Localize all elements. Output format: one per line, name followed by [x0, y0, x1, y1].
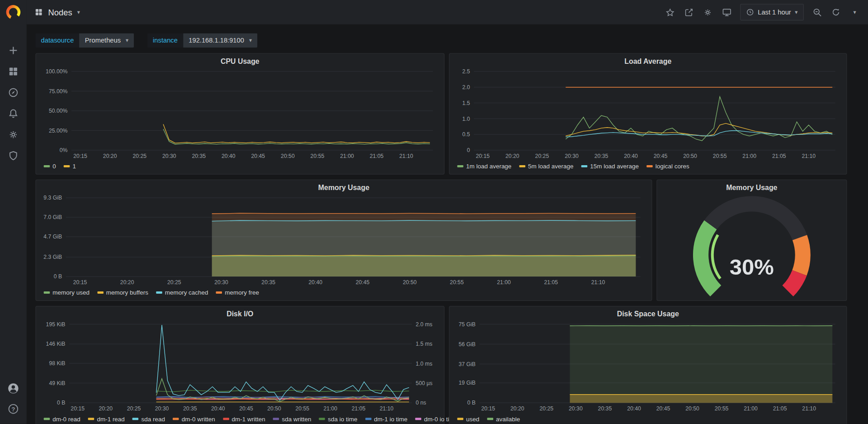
clock-icon: [746, 8, 754, 16]
panel-title[interactable]: CPU Usage: [40, 55, 439, 67]
svg-text:2.3 GiB: 2.3 GiB: [43, 254, 62, 260]
sidebar-bottom: ?: [7, 382, 19, 424]
panel-title[interactable]: Disk I/O: [40, 308, 439, 320]
legend-swatch: [132, 418, 138, 420]
caret-down-icon: ▾: [795, 10, 797, 15]
grafana-logo[interactable]: [0, 0, 27, 24]
svg-text:21:10: 21:10: [802, 153, 816, 159]
legend-item[interactable]: 1: [64, 163, 76, 170]
legend-item[interactable]: logical cores: [646, 163, 689, 170]
panel-title[interactable]: Memory Usage: [661, 182, 842, 194]
legend-label: used: [466, 415, 479, 422]
create-button[interactable]: [7, 44, 19, 57]
refresh-interval-button[interactable]: ▾: [849, 7, 860, 18]
svg-text:?: ?: [11, 406, 15, 413]
legend-item[interactable]: available: [487, 415, 520, 422]
svg-text:20:40: 20:40: [222, 153, 236, 159]
legend-item[interactable]: memory used: [44, 289, 90, 296]
gear-icon: [8, 129, 19, 140]
legend-swatch: [457, 165, 463, 167]
legend-swatch: [365, 418, 371, 420]
panel-title[interactable]: Load Average: [454, 55, 842, 67]
admin-button[interactable]: [7, 150, 19, 162]
legend-item[interactable]: sda written: [273, 415, 311, 422]
tv-mode-button[interactable]: [721, 7, 732, 18]
configuration-button[interactable]: [7, 129, 19, 141]
legend-item[interactable]: dm-1 io time: [365, 415, 408, 422]
refresh-button[interactable]: [830, 7, 841, 18]
svg-text:0.5: 0.5: [462, 131, 470, 138]
dashboards-button[interactable]: [7, 65, 19, 77]
variable-value-instance[interactable]: 192.168.1.18:9100 ▾: [183, 33, 257, 48]
user-avatar[interactable]: [7, 382, 19, 395]
load-average-chart[interactable]: 00.51.01.52.02.520:1520:2020:2520:3020:3…: [454, 67, 842, 161]
svg-text:0 B: 0 B: [54, 273, 62, 280]
panel-title[interactable]: Memory Usage: [40, 182, 647, 194]
share-icon: [684, 8, 694, 17]
legend-item[interactable]: dm-1 written: [223, 415, 265, 422]
legend-label: memory cached: [165, 289, 208, 296]
help-button[interactable]: ?: [7, 403, 19, 415]
legend-item[interactable]: 5m load average: [519, 163, 574, 170]
legend-item[interactable]: sda read: [132, 415, 165, 422]
star-button[interactable]: [665, 7, 676, 18]
panel-memory-gauge: Memory Usage 30%: [656, 180, 847, 301]
legend-item[interactable]: dm-0 read: [44, 415, 80, 422]
variable-value-datasource[interactable]: Prometheus ▾: [80, 33, 134, 48]
sidebar-menu: [7, 44, 19, 162]
memory-usage-chart[interactable]: 0 B2.3 GiB4.7 GiB7.0 GiB9.3 GiB20:1520:2…: [40, 194, 647, 287]
legend-item[interactable]: used: [457, 415, 479, 422]
dashboard-row-3: Disk I/O 0 B49 KiB98 KiB146 KiB195 KiB0 …: [35, 306, 847, 424]
refresh-icon: [831, 8, 840, 17]
share-button[interactable]: [684, 7, 694, 18]
navbar: Nodes ▾: [27, 0, 868, 24]
dashboard-title: Nodes: [48, 8, 72, 17]
svg-text:100.00%: 100.00%: [46, 68, 67, 75]
cpu-usage-chart[interactable]: 0%25.00%50.00%75.00%100.00%20:1520:2020:…: [40, 67, 439, 161]
dashboard-settings-button[interactable]: [703, 7, 713, 18]
svg-text:21:00: 21:00: [497, 279, 511, 286]
svg-text:56 GiB: 56 GiB: [458, 341, 475, 348]
variable-datasource: datasource Prometheus ▾: [35, 33, 134, 48]
plus-icon: [8, 45, 19, 56]
legend-item[interactable]: sda io time: [319, 415, 358, 422]
legend-item[interactable]: 1m load average: [457, 163, 511, 170]
legend-item[interactable]: 15m load average: [581, 163, 639, 170]
legend-swatch: [646, 165, 652, 167]
disk-io-chart[interactable]: 0 B49 KiB98 KiB146 KiB195 KiB0 ns500 µs1…: [40, 320, 439, 414]
panel-load-average: Load Average 00.51.01.52.02.520:1520:202…: [449, 53, 847, 175]
legend-item[interactable]: memory cached: [156, 289, 208, 296]
help-icon: ?: [8, 403, 19, 414]
svg-text:21:10: 21:10: [802, 405, 816, 412]
instance-value-text: 192.168.1.18:9100: [189, 37, 244, 44]
legend-item[interactable]: memory buffers: [97, 289, 148, 296]
svg-text:20:35: 20:35: [192, 153, 206, 159]
star-icon: [665, 8, 675, 17]
svg-text:19 GiB: 19 GiB: [458, 380, 475, 386]
memory-gauge[interactable]: 30%: [661, 194, 842, 298]
explore-button[interactable]: [7, 86, 19, 99]
legend-label: sda read: [142, 415, 165, 422]
time-range-button[interactable]: Last 1 hour ▾: [740, 4, 804, 21]
panel-disk-space-usage: Disk Space Usage 0 B19 GiB37 GiB56 GiB75…: [449, 306, 847, 424]
caret-down-icon: ▾: [854, 10, 856, 15]
svg-text:20:35: 20:35: [594, 153, 609, 159]
legend-item[interactable]: dm-0 written: [173, 415, 215, 422]
svg-text:21:00: 21:00: [324, 405, 338, 412]
svg-text:20:50: 20:50: [685, 405, 699, 412]
legend-swatch: [44, 291, 50, 294]
svg-text:21:05: 21:05: [352, 405, 366, 412]
legend-item[interactable]: dm-1 read: [88, 415, 125, 422]
avatar-icon: [7, 382, 19, 395]
disk-space-chart[interactable]: 0 B19 GiB37 GiB56 GiB75 GiB20:1520:2020:…: [454, 320, 842, 414]
panel-title[interactable]: Disk Space Usage: [454, 308, 842, 320]
svg-text:1.5 ms: 1.5 ms: [416, 341, 433, 347]
alerting-button[interactable]: [7, 108, 19, 120]
svg-text:30%: 30%: [730, 255, 774, 279]
zoom-out-button[interactable]: [811, 7, 822, 18]
legend-item[interactable]: 0: [44, 163, 56, 170]
dashboard-title-group[interactable]: Nodes ▾: [34, 8, 80, 17]
legend-item[interactable]: memory free: [216, 289, 259, 296]
legend-label: dm-0 written: [182, 415, 215, 422]
legend-label: 1m load average: [466, 163, 511, 170]
